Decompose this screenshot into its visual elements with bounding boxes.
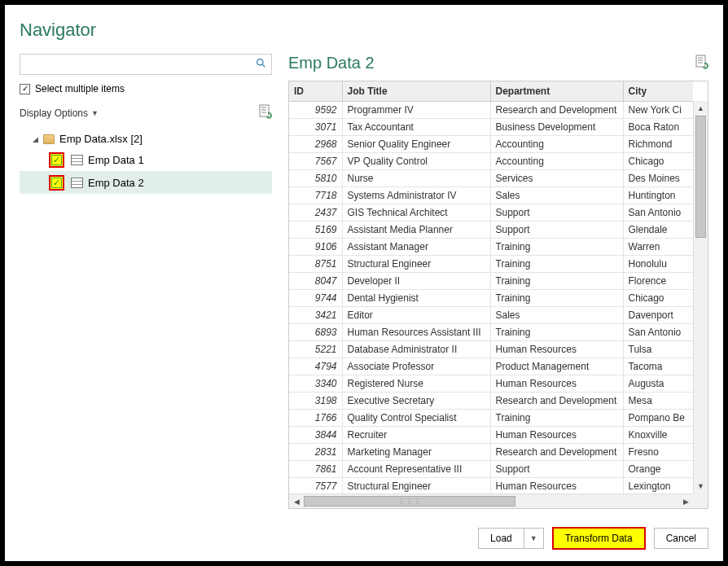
table-row[interactable]: 1766Quality Control SpecialistTrainingPo… <box>289 409 693 426</box>
horizontal-scrollbar[interactable]: ◀ ⋮⋮⋮ ▶ <box>289 494 693 508</box>
cell-job: Registered Nurse <box>342 375 490 392</box>
cell-id: 7861 <box>289 460 342 477</box>
svg-rect-6 <box>696 55 705 67</box>
col-header-id[interactable]: ID <box>289 81 342 101</box>
vertical-scrollbar[interactable]: ▲ ▼ <box>693 101 708 494</box>
table-row[interactable]: 3340Registered NurseHuman ResourcesAugus… <box>289 375 693 392</box>
cell-dept: Research and Development <box>490 443 623 460</box>
scroll-left-arrow-icon[interactable]: ◀ <box>289 494 304 508</box>
caret-down-icon[interactable]: ◢ <box>33 135 38 143</box>
cell-id: 2968 <box>289 135 342 152</box>
transform-data-button[interactable]: Transform Data <box>554 529 644 548</box>
cell-dept: Research and Development <box>490 101 623 118</box>
select-multiple-checkbox[interactable]: ✓ <box>20 84 30 94</box>
table-row[interactable]: 9592Programmer IVResearch and Developmen… <box>289 101 693 118</box>
scroll-right-arrow-icon[interactable]: ▶ <box>678 494 693 508</box>
preview-pane: Emp Data 2 ID Job Title Department <box>288 54 708 509</box>
search-box[interactable] <box>20 54 272 75</box>
cell-id: 8751 <box>289 255 342 272</box>
cell-city: Florence <box>623 272 693 289</box>
cell-dept: Support <box>490 204 623 221</box>
cell-dept: Services <box>490 169 623 186</box>
col-header-city[interactable]: City <box>623 81 693 101</box>
preview-table-container: ID Job Title Department City 9592Program… <box>288 81 708 509</box>
table-row[interactable]: 3421EditorSalesDavenport <box>289 306 693 323</box>
chevron-down-icon: ▼ <box>530 534 537 542</box>
table-row[interactable]: 2968Senior Quality EngineerAccountingRic… <box>289 135 693 152</box>
cell-city: Chicago <box>623 289 693 306</box>
refresh-icon[interactable] <box>259 104 272 121</box>
table-row[interactable]: 5810NurseServicesDes Moines <box>289 169 693 186</box>
table-row[interactable]: 3844RecruiterHuman ResourcesKnoxville <box>289 426 693 443</box>
table-row[interactable]: 5169Assistant Media PlannerSupportGlenda… <box>289 221 693 238</box>
scroll-up-arrow-icon[interactable]: ▲ <box>694 101 708 116</box>
cell-job: Senior Quality Engineer <box>342 135 490 152</box>
cell-city: Knoxville <box>623 426 693 443</box>
table-row[interactable]: 3198Executive SecretaryResearch and Deve… <box>289 392 693 409</box>
navigator-dialog: Navigator ✓ Select multiple items Displa… <box>5 5 723 561</box>
cell-job: GIS Technical Architect <box>342 204 490 221</box>
table-row[interactable]: 2437GIS Technical ArchitectSupportSan An… <box>289 204 693 221</box>
cell-job: Structural Engineer <box>342 255 490 272</box>
cell-city: Fresno <box>623 443 693 460</box>
cell-id: 1766 <box>289 409 342 426</box>
table-row[interactable]: 4794Associate ProfessorProduct Managemen… <box>289 358 693 375</box>
table-row[interactable]: 7577Structural EngineerHuman ResourcesLe… <box>289 477 693 494</box>
cell-job: Systems Administrator IV <box>342 186 490 204</box>
cell-job: VP Quality Control <box>342 152 490 169</box>
cell-id: 7577 <box>289 477 342 494</box>
display-options-dropdown[interactable]: Display Options ▼ <box>20 107 99 119</box>
tree-item-emp-data-2[interactable]: ✓ Emp Data 2 <box>20 171 272 194</box>
cell-job: Human Resources Assistant III <box>342 323 490 340</box>
cell-job: Recruiter <box>342 426 490 443</box>
scroll-down-arrow-icon[interactable]: ▼ <box>694 479 708 494</box>
select-multiple-label: Select multiple items <box>35 83 125 94</box>
cancel-button[interactable]: Cancel <box>655 529 708 548</box>
table-row[interactable]: 9744Dental HygienistTrainingChicago <box>289 289 693 306</box>
cell-job: Associate Professor <box>342 358 490 375</box>
scrollbar-corner <box>693 494 708 508</box>
load-button[interactable]: Load <box>479 529 524 548</box>
cell-id: 3421 <box>289 306 342 323</box>
svg-rect-2 <box>260 105 269 116</box>
table-row[interactable]: 7567VP Quality ControlAccountingChicago <box>289 152 693 169</box>
cell-job: Nurse <box>342 169 490 186</box>
load-dropdown-button[interactable]: ▼ <box>524 529 543 548</box>
table-row[interactable]: 6893Human Resources Assistant IIITrainin… <box>289 323 693 340</box>
tree-item-checkbox[interactable]: ✓ <box>51 155 62 165</box>
table-row[interactable]: 7861Account Representative IIISupportOra… <box>289 460 693 477</box>
worksheet-icon <box>71 155 83 165</box>
cell-job: Quality Control Specialist <box>342 409 490 426</box>
table-row[interactable]: 5221Database Administrator IIHuman Resou… <box>289 340 693 358</box>
table-row[interactable]: 2831Marketing ManagerResearch and Develo… <box>289 443 693 460</box>
table-row[interactable]: 8751Structural EngineerTrainingHonolulu <box>289 255 693 272</box>
display-options-label: Display Options <box>20 107 88 119</box>
dialog-footer: Load ▼ Transform Data Cancel <box>20 527 708 550</box>
col-header-dept[interactable]: Department <box>490 81 623 101</box>
cell-city: Boca Raton <box>623 118 693 135</box>
table-row[interactable]: 8047Developer IITrainingFlorence <box>289 272 693 289</box>
refresh-preview-icon[interactable] <box>695 55 708 72</box>
table-row[interactable]: 3071Tax AccountantBusiness DevelopmentBo… <box>289 118 693 135</box>
search-input[interactable] <box>25 59 256 70</box>
cell-id: 5221 <box>289 340 342 358</box>
scrollbar-thumb[interactable]: ⋮⋮⋮ <box>304 496 515 507</box>
cell-dept: Human Resources <box>490 340 623 358</box>
cell-dept: Accounting <box>490 152 623 169</box>
cell-city: Warren <box>623 238 693 255</box>
folder-icon <box>43 134 55 144</box>
search-icon[interactable] <box>256 58 266 71</box>
scrollbar-thumb[interactable] <box>695 116 706 238</box>
tree-item-checkbox[interactable]: ✓ <box>51 178 62 188</box>
tree-root-node[interactable]: ◢ Emp Data.xlsx [2] <box>20 129 272 148</box>
cell-job: Account Representative III <box>342 460 490 477</box>
cell-dept: Training <box>490 272 623 289</box>
cell-id: 3071 <box>289 118 342 135</box>
table-row[interactable]: 7718Systems Administrator IVSalesHunting… <box>289 186 693 204</box>
cell-dept: Training <box>490 289 623 306</box>
col-header-job[interactable]: Job Title <box>342 81 490 101</box>
svg-point-0 <box>257 59 263 65</box>
table-row[interactable]: 9106Assistant ManagerTrainingWarren <box>289 238 693 255</box>
select-multiple-row[interactable]: ✓ Select multiple items <box>20 83 272 94</box>
tree-item-emp-data-1[interactable]: ✓ Emp Data 1 <box>20 148 272 171</box>
